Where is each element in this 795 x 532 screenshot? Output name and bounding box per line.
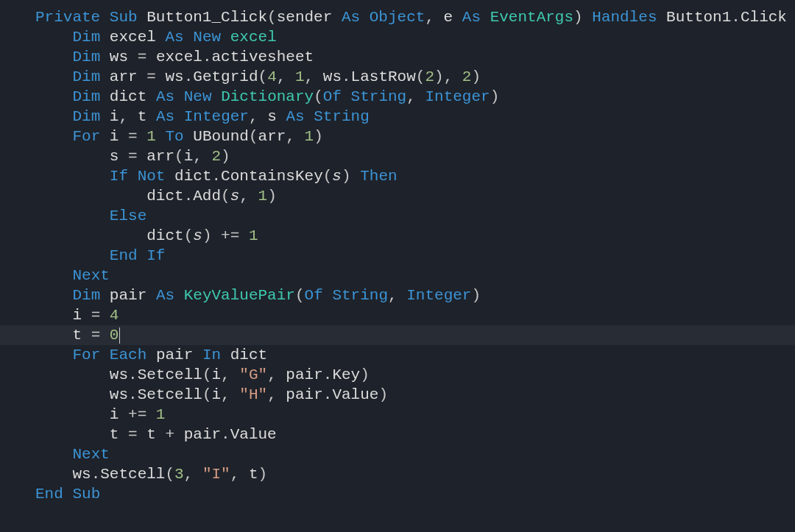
code-token: (: [202, 386, 212, 403]
code-line[interactable]: dict.Add(s, 1): [0, 186, 795, 206]
code-token: [35, 29, 72, 46]
code-line[interactable]: i += 1: [0, 405, 795, 425]
code-token: Click: [741, 9, 787, 26]
code-line[interactable]: t = t + pair.Value: [0, 425, 795, 444]
code-line[interactable]: End Sub: [0, 484, 795, 504]
code-token: ,: [221, 366, 239, 383]
code-token: t: [146, 426, 156, 443]
code-token: (: [295, 287, 305, 304]
text-cursor: [119, 327, 120, 344]
code-token: If: [110, 168, 128, 185]
code-line[interactable]: Else: [0, 206, 795, 226]
code-line[interactable]: Dim excel As New excel: [0, 27, 795, 47]
code-token: For: [72, 128, 100, 145]
code-line[interactable]: Dim i, t As Integer, s As String: [0, 107, 795, 127]
code-line[interactable]: t = 0: [0, 325, 795, 345]
code-line[interactable]: Next: [0, 444, 795, 464]
code-token: ): [490, 88, 500, 105]
code-token: .: [128, 386, 138, 403]
code-token: [221, 29, 230, 46]
code-token: 4: [110, 307, 119, 324]
code-token: If: [146, 247, 165, 264]
code-token: Integer: [425, 88, 490, 105]
code-token: [156, 128, 166, 145]
code-token: ws: [110, 386, 128, 403]
code-token: (: [314, 88, 323, 105]
code-token: Button1: [666, 9, 731, 26]
code-token: [35, 247, 110, 264]
code-token: t: [72, 327, 82, 344]
code-token: dict: [230, 347, 267, 363]
code-token: ,: [184, 466, 202, 483]
code-line[interactable]: s = arr(i, 2): [0, 146, 795, 166]
code-token: pair: [156, 347, 193, 363]
code-token: ,: [230, 466, 249, 483]
code-token: [174, 287, 184, 304]
code-token: (: [267, 9, 277, 26]
code-line[interactable]: Dim pair As KeyValuePair(Of String, Inte…: [0, 285, 795, 305]
code-token: =: [119, 426, 146, 443]
code-token: .: [202, 49, 212, 65]
code-token: [128, 168, 138, 185]
code-token: Next: [72, 446, 109, 463]
code-token: 4: [267, 68, 277, 85]
code-token: Value: [332, 386, 378, 403]
code-line[interactable]: Dim dict As New Dictionary(Of String, In…: [0, 87, 795, 107]
code-editor[interactable]: Private Sub Button1_Click(sender As Obje…: [0, 0, 795, 504]
code-token: LastRow: [351, 68, 416, 85]
code-token: [146, 347, 156, 363]
code-token: As: [156, 108, 174, 125]
code-line[interactable]: ws.Setcell(3, "I", t): [0, 464, 795, 484]
code-token: [184, 29, 194, 46]
code-token: dict: [174, 168, 211, 185]
code-line[interactable]: Dim arr = ws.Getgrid(4, 1, ws.LastRow(2)…: [0, 67, 795, 87]
code-line[interactable]: ws.Setcell(i, "H", pair.Value): [0, 385, 795, 405]
code-token: String: [314, 108, 370, 125]
code-line[interactable]: Next: [0, 266, 795, 285]
code-token: 1: [295, 68, 305, 85]
code-line[interactable]: For Each pair In dict: [0, 345, 795, 365]
code-line[interactable]: Dim ws = excel.activesheet: [0, 47, 795, 67]
code-token: Dictionary: [221, 88, 314, 105]
code-token: "I": [202, 466, 230, 483]
code-token: [138, 247, 147, 264]
code-line[interactable]: Private Sub Button1_Click(sender As Obje…: [0, 7, 795, 27]
code-token: New: [184, 88, 212, 105]
code-line[interactable]: dict(s) += 1: [0, 226, 795, 246]
code-token: ,: [406, 88, 425, 105]
code-token: ,: [221, 386, 239, 403]
code-line[interactable]: ws.Setcell(i, "G", pair.Key): [0, 365, 795, 385]
code-token: As: [156, 88, 174, 105]
code-token: excel: [156, 49, 202, 65]
code-token: =: [119, 148, 146, 165]
code-line[interactable]: i = 4: [0, 305, 795, 325]
code-token: [100, 128, 110, 145]
code-line[interactable]: For i = 1 To UBound(arr, 1): [0, 127, 795, 146]
code-token: Handles: [592, 9, 657, 26]
code-token: 2: [462, 68, 472, 85]
code-token: ): [471, 68, 481, 85]
code-token: i: [184, 148, 194, 165]
code-token: As: [165, 29, 183, 46]
code-line[interactable]: End If: [0, 246, 795, 266]
code-token: [360, 9, 370, 26]
code-token: [138, 9, 147, 26]
code-token: ): [573, 9, 592, 26]
code-token: Of: [323, 88, 342, 105]
code-token: KeyValuePair: [184, 287, 295, 304]
code-token: [100, 68, 110, 85]
code-token: ws: [165, 68, 183, 85]
code-token: ,: [425, 9, 443, 26]
code-token: [305, 108, 314, 125]
code-token: [174, 108, 184, 125]
code-token: ,: [277, 68, 295, 85]
code-token: Dim: [72, 88, 100, 105]
code-token: excel: [230, 29, 277, 46]
code-token: [277, 108, 286, 125]
code-token: [100, 9, 110, 26]
code-token: [35, 128, 72, 145]
code-token: 3: [174, 466, 184, 483]
code-token: [453, 9, 462, 26]
code-token: ): [258, 466, 268, 483]
code-line[interactable]: If Not dict.ContainsKey(s) Then: [0, 166, 795, 186]
